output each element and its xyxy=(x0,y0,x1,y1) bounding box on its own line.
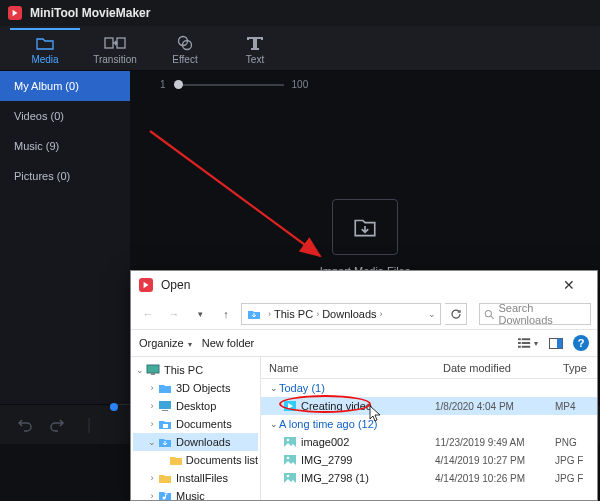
dialog-body: ⌄This PC›3D Objects›Desktop›Documents⌄Do… xyxy=(131,357,597,500)
tab-media[interactable]: Media xyxy=(10,28,80,69)
svg-rect-0 xyxy=(105,38,113,48)
file-type: JPG F xyxy=(555,455,597,466)
tree-label: Music xyxy=(176,490,205,500)
chevron-down-icon[interactable]: ⌄ xyxy=(428,309,436,319)
library-sidebar: My Album (0)Videos (0)Music (9)Pictures … xyxy=(0,71,130,404)
chevron-right-icon: › xyxy=(316,309,319,319)
svg-point-24 xyxy=(287,457,290,460)
redo-button[interactable] xyxy=(46,414,68,436)
file-row[interactable]: Creating video1/8/2020 4:04 PMMP4 xyxy=(261,397,597,415)
dialog-nav: ← → ▾ ↑ › This PC › Downloads › ⌄ Search… xyxy=(131,299,597,329)
tree-item[interactable]: ›3D Objects xyxy=(133,379,258,397)
file-group-header[interactable]: ⌄ A long time ago (12) xyxy=(261,415,597,433)
file-row[interactable]: image00211/23/2019 9:49 AMPNG xyxy=(261,433,597,451)
file-date: 4/14/2019 10:27 PM xyxy=(435,455,555,466)
folder-tree[interactable]: ⌄This PC›3D Objects›Desktop›Documents⌄Do… xyxy=(131,357,261,500)
column-date[interactable]: Date modified xyxy=(435,362,555,374)
svg-rect-18 xyxy=(163,424,168,428)
undo-button[interactable] xyxy=(14,414,36,436)
sidebar-item[interactable]: Pictures (0) xyxy=(0,161,130,191)
help-button[interactable]: ? xyxy=(573,335,589,351)
tree-caret-icon[interactable]: › xyxy=(147,473,157,483)
file-list[interactable]: Name Date modified Type ⌄ Today (1)Creat… xyxy=(261,357,597,500)
breadcrumb-item[interactable]: Downloads xyxy=(322,308,376,320)
tree-item[interactable]: ⌄Downloads xyxy=(133,433,258,451)
search-input[interactable]: Search Downloads xyxy=(479,303,591,325)
tree-item[interactable]: ›InstallFiles xyxy=(133,469,258,487)
tree-item[interactable]: Documents list xyxy=(133,451,258,469)
dialog-titlebar: Open ✕ xyxy=(131,271,597,299)
search-placeholder: Search Downloads xyxy=(498,302,586,326)
tree-item[interactable]: ›Desktop xyxy=(133,397,258,415)
column-name[interactable]: Name xyxy=(261,362,435,374)
tab-label: Text xyxy=(246,54,264,65)
desktop-icon xyxy=(157,399,173,413)
svg-rect-6 xyxy=(518,338,521,340)
svg-rect-1 xyxy=(117,38,125,48)
file-date: 4/14/2019 10:26 PM xyxy=(435,473,555,484)
tree-label: Documents list xyxy=(186,454,258,466)
file-row[interactable]: IMG_2798 (1)4/14/2019 10:26 PMJPG F xyxy=(261,469,597,487)
nav-forward-button[interactable]: → xyxy=(163,303,185,325)
tree-label: InstallFiles xyxy=(176,472,228,484)
nav-up-button[interactable]: ↑ xyxy=(215,303,237,325)
tree-label: 3D Objects xyxy=(176,382,230,394)
tree-caret-icon[interactable]: › xyxy=(147,401,157,411)
dialog-title: Open xyxy=(161,278,190,292)
music-icon xyxy=(157,489,173,500)
svg-point-5 xyxy=(485,310,491,316)
zoom-slider[interactable]: 1 100 xyxy=(160,79,308,90)
file-group-header[interactable]: ⌄ Today (1) xyxy=(261,379,597,397)
column-type[interactable]: Type xyxy=(555,362,597,374)
zoom-min: 1 xyxy=(160,79,166,90)
sidebar-item[interactable]: My Album (0) xyxy=(0,71,130,101)
tree-item[interactable]: ⌄This PC xyxy=(133,361,258,379)
playhead[interactable] xyxy=(110,403,118,411)
refresh-button[interactable] xyxy=(445,303,467,325)
tree-caret-icon[interactable]: › xyxy=(147,383,157,393)
svg-point-22 xyxy=(287,439,290,442)
file-name: IMG_2798 (1) xyxy=(301,472,369,484)
dialog-toolbar: Organize ▾ New folder ▾ ? xyxy=(131,329,597,357)
file-name: image002 xyxy=(301,436,349,448)
sidebar-item[interactable]: Videos (0) xyxy=(0,101,130,131)
chevron-down-icon: ⌄ xyxy=(269,383,279,393)
tree-item[interactable]: ›Documents xyxy=(133,415,258,433)
nav-recent-button[interactable]: ▾ xyxy=(189,303,211,325)
file-list-header[interactable]: Name Date modified Type xyxy=(261,357,597,379)
breadcrumb[interactable]: › This PC › Downloads › ⌄ xyxy=(241,303,441,325)
app-title: MiniTool MovieMaker xyxy=(30,6,150,20)
tree-caret-icon[interactable]: ⌄ xyxy=(135,365,145,375)
import-media-button[interactable] xyxy=(332,199,398,255)
file-type: JPG F xyxy=(555,473,597,484)
preview-pane-button[interactable] xyxy=(545,333,567,353)
app-logo-icon xyxy=(8,6,22,20)
tab-text[interactable]: Text xyxy=(220,28,290,69)
slider-knob[interactable] xyxy=(174,80,183,89)
tab-transition[interactable]: Transition xyxy=(80,28,150,69)
tree-caret-icon[interactable]: › xyxy=(147,419,157,429)
tree-item[interactable]: ›Music xyxy=(133,487,258,500)
sidebar-item[interactable]: Music (9) xyxy=(0,131,130,161)
slider-track[interactable] xyxy=(174,84,284,86)
effect-icon xyxy=(177,34,193,52)
tree-label: This PC xyxy=(164,364,203,376)
file-type: PNG xyxy=(555,437,597,448)
view-options-button[interactable]: ▾ xyxy=(517,333,539,353)
breadcrumb-item[interactable]: This PC xyxy=(274,308,313,320)
file-type-icon xyxy=(283,472,297,484)
file-type-icon xyxy=(283,436,297,448)
new-folder-button[interactable]: New folder xyxy=(202,337,255,349)
close-button[interactable]: ✕ xyxy=(549,274,589,296)
file-date: 11/23/2019 9:49 AM xyxy=(435,437,555,448)
file-row[interactable]: IMG_27994/14/2019 10:27 PMJPG F xyxy=(261,451,597,469)
organize-button[interactable]: Organize ▾ xyxy=(139,337,192,349)
chevron-right-icon: › xyxy=(268,309,271,319)
tree-caret-icon[interactable]: ⌄ xyxy=(147,437,157,447)
tab-label: Transition xyxy=(93,54,137,65)
folder-doc-icon xyxy=(157,417,173,431)
tree-caret-icon[interactable]: › xyxy=(147,491,157,500)
nav-back-button[interactable]: ← xyxy=(137,303,159,325)
tab-effect[interactable]: Effect xyxy=(150,28,220,69)
file-name: Creating video xyxy=(301,400,372,412)
